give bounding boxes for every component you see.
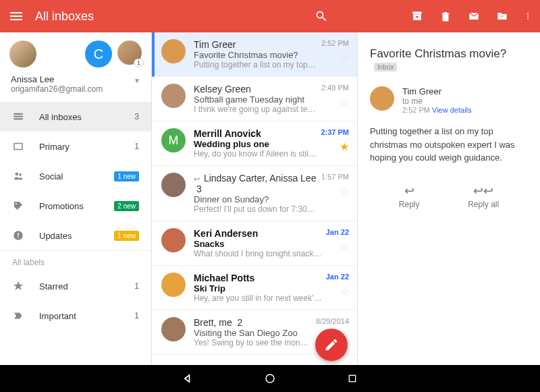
message-from: Brett, me 2 — [194, 317, 312, 328]
mark-unread-icon[interactable] — [467, 9, 481, 23]
star-icon[interactable]: ☆ — [340, 285, 349, 298]
detail-subject: Favorite Christmas movie?Inbox — [370, 47, 528, 74]
svg-rect-0 — [412, 11, 421, 13]
svg-point-3 — [527, 18, 529, 20]
message-subject: Favorite Christmas movie? — [194, 50, 317, 60]
message-from: Merrill Anovick — [194, 128, 317, 139]
back-button[interactable] — [180, 371, 195, 386]
compose-fab[interactable] — [315, 329, 348, 361]
svg-rect-12 — [18, 233, 19, 236]
primary-icon — [12, 140, 24, 152]
detail-sender-avatar[interactable] — [370, 86, 394, 111]
message-time: 2:37 PM — [321, 128, 349, 136]
message-from: Keri Andersen — [194, 228, 322, 239]
avatar-secondary[interactable]: 1 — [117, 40, 142, 65]
detail-to: to me — [402, 96, 472, 106]
view-details-link[interactable]: View details — [432, 106, 472, 114]
star-icon[interactable]: ☆ — [340, 96, 349, 109]
header-title: All inboxes — [35, 9, 315, 24]
important-icon — [12, 310, 24, 322]
detail-inbox-chip: Inbox — [374, 63, 397, 72]
promo-icon — [12, 200, 24, 212]
updates-icon — [12, 229, 24, 242]
chevron-down-icon: ▼ — [134, 77, 140, 84]
folder-updates[interactable]: Updates1 new — [0, 221, 151, 250]
search-icon[interactable] — [315, 9, 328, 23]
account-switcher[interactable]: C 1 — [0, 32, 151, 73]
message-from: ↩ Lindsay Carter, Anissa Lee 3 — [194, 173, 317, 194]
avatar-clockwork[interactable]: C — [85, 40, 112, 67]
account-dropdown[interactable]: Anissa Lee origamifan26@gmail.com ▼ — [0, 73, 151, 102]
message-avatar[interactable] — [161, 273, 186, 297]
archive-icon[interactable] — [410, 9, 424, 23]
overflow-icon[interactable] — [524, 9, 532, 23]
star-icon[interactable]: ★ — [340, 140, 349, 153]
message-avatar[interactable] — [161, 228, 186, 252]
reply-all-button[interactable]: ↩↩Reply all — [468, 184, 499, 209]
svg-rect-5 — [14, 116, 23, 117]
svg-point-14 — [266, 374, 274, 383]
detail-body: Putting together a list on my top christ… — [370, 125, 528, 165]
message-row[interactable]: ↩ Lindsay Carter, Anissa Lee 3Dinner on … — [152, 166, 357, 221]
message-subject: Wedding plus one — [194, 139, 317, 149]
message-preview: Hey, are you still in for next week's sk… — [194, 293, 322, 303]
detail-from: Tim Greer — [402, 86, 472, 96]
recents-button[interactable] — [345, 371, 360, 386]
folder-primary[interactable]: Primary1 — [0, 132, 151, 161]
svg-point-9 — [19, 173, 22, 176]
message-row[interactable]: Kelsey GreenSoftball game Tuesday nightI… — [152, 77, 357, 121]
move-to-icon[interactable] — [495, 9, 509, 23]
message-time: 8/29/2014 — [316, 317, 349, 325]
star-icon[interactable]: ☆ — [340, 240, 349, 253]
message-avatar[interactable] — [161, 173, 186, 197]
label-important[interactable]: Important1 — [0, 301, 151, 331]
labels-header: All labels — [0, 250, 151, 271]
label-starred[interactable]: Starred1 — [0, 271, 151, 301]
message-preview: What should I bring tonight snack wise? … — [194, 249, 322, 258]
sidebar: C 1 Anissa Lee origamifan26@gmail.com ▼ … — [0, 32, 152, 365]
avatar-main[interactable] — [9, 40, 36, 67]
message-preview: I think we're going up against team "St.… — [194, 105, 317, 114]
star-icon[interactable]: ☆ — [340, 51, 349, 64]
svg-point-1 — [527, 13, 529, 15]
user-name: Anissa Lee — [11, 74, 134, 84]
menu-icon[interactable] — [8, 8, 24, 24]
svg-rect-13 — [18, 237, 19, 238]
svg-point-10 — [16, 203, 17, 204]
message-row[interactable]: Tim GreerFavorite Christmas movie?Puttin… — [152, 32, 357, 77]
message-preview: Perfect! I'll put us down for 7:30pm... … — [194, 204, 317, 214]
message-from: Michael Potts — [194, 273, 322, 283]
folder-promotions[interactable]: Promotions2 new — [0, 191, 151, 221]
svg-point-2 — [527, 16, 529, 17]
delete-icon[interactable] — [439, 9, 452, 23]
svg-rect-15 — [349, 375, 355, 381]
message-avatar[interactable] — [161, 84, 186, 108]
folder-social[interactable]: Social1 new — [0, 161, 151, 191]
reply-icon: ↩ — [194, 175, 200, 183]
android-navbar — [0, 365, 540, 392]
svg-rect-7 — [14, 144, 22, 150]
message-time: Jan 22 — [326, 273, 349, 281]
folder-all[interactable]: All inboxes3 — [0, 102, 151, 132]
svg-point-8 — [16, 173, 19, 176]
social-icon — [12, 170, 24, 182]
svg-rect-4 — [14, 113, 23, 115]
message-avatar[interactable] — [161, 39, 186, 63]
message-from: Kelsey Green — [194, 84, 317, 94]
star-icon — [12, 280, 24, 292]
message-subject: Softball game Tuesday night — [194, 94, 317, 105]
message-time: Jan 22 — [326, 228, 349, 236]
message-time: 1:57 PM — [321, 173, 349, 181]
svg-rect-6 — [14, 118, 23, 119]
message-row[interactable]: Keri AndersenSnacksWhat should I bring t… — [152, 221, 357, 266]
message-subject: Dinner on Sunday? — [194, 194, 317, 204]
reply-button[interactable]: ↩Reply — [399, 184, 420, 209]
message-avatar[interactable] — [161, 317, 186, 341]
message-preview: Hey, do you know if Aileen is still avai… — [194, 149, 317, 159]
message-row[interactable]: Michael PottsSki TripHey, are you still … — [152, 266, 357, 310]
home-button[interactable] — [263, 371, 277, 386]
message-avatar[interactable]: M — [161, 128, 186, 152]
message-row[interactable]: MMerrill AnovickWedding plus oneHey, do … — [152, 121, 357, 166]
star-icon[interactable]: ☆ — [340, 185, 349, 198]
message-subject: Ski Trip — [194, 283, 322, 293]
